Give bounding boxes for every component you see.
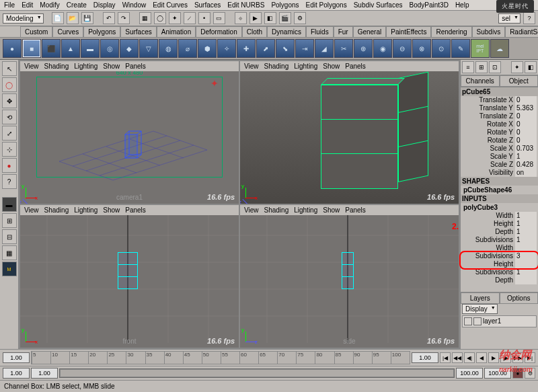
menu-file[interactable]: File	[4, 1, 15, 9]
attr-row[interactable]: Translate Y5.363	[461, 104, 538, 112]
shelf-bool1-icon[interactable]: ⊖	[393, 39, 412, 58]
shape-node[interactable]: pCubeShape46	[461, 186, 538, 194]
scale-tool-icon[interactable]: ⤢	[2, 126, 17, 141]
shelf-tab-rendering[interactable]: Rendering	[431, 26, 471, 37]
shelf-tab-fur[interactable]: Fur	[334, 26, 353, 37]
vp-menu-shading[interactable]: Shading	[264, 63, 289, 70]
vp-menu-panels[interactable]: Panels	[345, 63, 366, 70]
cb-icon1[interactable]: ≡	[462, 61, 474, 73]
snap-grid-icon[interactable]: ✦	[169, 12, 181, 24]
shelf-tab-radiantsquare[interactable]: RadiantSquare	[505, 26, 538, 37]
channels-tab[interactable]: Channels	[461, 75, 500, 87]
undo-icon[interactable]: ↶	[103, 12, 115, 24]
file-new-icon[interactable]: 📄	[52, 12, 64, 24]
vp-menu-shading[interactable]: Shading	[44, 63, 69, 70]
vp-menu-view[interactable]: View	[244, 63, 259, 70]
file-open-icon[interactable]: 📂	[67, 12, 79, 24]
step-back-icon[interactable]: ◀◀	[452, 352, 463, 363]
shelf-tab-animation[interactable]: Animation	[157, 26, 196, 37]
manipulator-icon[interactable]: ⊹	[2, 142, 17, 157]
layer-vis-toggle[interactable]	[464, 317, 472, 325]
play-back-icon[interactable]: ◀	[476, 352, 487, 363]
attr-row[interactable]: Rotate X0	[461, 120, 538, 128]
play-end-field[interactable]: 100.00	[456, 368, 483, 379]
cb-icon2[interactable]: ⊞	[475, 61, 488, 73]
poly-attr-row[interactable]: Subdivisions Height3	[461, 252, 538, 268]
snap-point-icon[interactable]: •	[198, 12, 210, 24]
shelf-sculpt-icon[interactable]: ✎	[451, 39, 470, 58]
menu-help[interactable]: Help	[455, 1, 469, 9]
lasso-tool-icon[interactable]: ◯	[2, 77, 17, 92]
vp-menu-panels[interactable]: Panels	[345, 206, 366, 214]
shelf-tool3-icon[interactable]: ⬊	[276, 39, 295, 58]
rotate-tool-icon[interactable]: ⟲	[2, 110, 17, 124]
history-icon[interactable]: ⟐	[235, 12, 247, 24]
shelf-platonic-icon[interactable]: ✧	[217, 39, 236, 58]
shelf-bool2-icon[interactable]: ⊗	[412, 39, 431, 58]
persp-outliner-icon[interactable]: ⊟	[2, 229, 17, 244]
menu-subdiv-surfaces[interactable]: Subdiv Surfaces	[354, 1, 403, 9]
shelf-helix-icon[interactable]: ⌀	[178, 39, 197, 58]
poly-attr-row[interactable]: Subdivisions Width1	[461, 236, 538, 252]
poly-attr-row[interactable]: Width1	[461, 212, 538, 220]
move-tool-icon[interactable]: ✥	[2, 93, 17, 108]
vp-menu-lighting[interactable]: Lighting	[294, 206, 317, 214]
shelf-sphere-icon[interactable]: ●	[3, 39, 22, 58]
menu-polygons[interactable]: Polygons	[271, 1, 299, 9]
time-ruler[interactable]: 5101520253035404550556065707580859095100	[31, 351, 410, 364]
four-view-icon[interactable]: ⊞	[2, 213, 17, 228]
renderview-icon[interactable]: 🎬	[279, 12, 291, 24]
shelf-pipe-icon[interactable]: ◍	[159, 39, 178, 58]
rewind-icon[interactable]: |◀	[440, 352, 451, 363]
module-dropdown[interactable]: Modeling	[3, 13, 44, 24]
vp-menu-panels[interactable]: Panels	[125, 63, 146, 70]
redo-icon[interactable]: ↷	[118, 12, 130, 24]
vp-menu-show[interactable]: Show	[103, 63, 120, 70]
shelf-tool1-icon[interactable]: ✚	[237, 39, 256, 58]
menu-edit-nurbs[interactable]: Edit NURBS	[227, 1, 264, 9]
range-bar[interactable]	[59, 368, 455, 378]
menu-window[interactable]: Window	[122, 1, 147, 9]
selection-mask-dropdown[interactable]: sel	[498, 13, 521, 24]
menu-edit-curves[interactable]: Edit Curves	[153, 1, 188, 9]
attr-row[interactable]: Scale Z0.428	[461, 161, 538, 169]
layers-tab[interactable]: Layers	[461, 292, 500, 304]
cb-icon5[interactable]: ◧	[525, 61, 537, 73]
single-view-icon[interactable]: ▬	[2, 197, 17, 212]
poly-attr-row[interactable]: Depth1	[461, 228, 538, 236]
menu-edit[interactable]: Edit	[22, 1, 33, 9]
shelf-torus-icon[interactable]: ◎	[100, 39, 119, 58]
shelf-tab-curves[interactable]: Curves	[52, 26, 83, 37]
viewport-persp[interactable]: ViewShadingLightingShowPanels 640 x 480 …	[20, 61, 239, 204]
poly-attr-row[interactable]: Subdivisions Depth1	[461, 268, 538, 284]
custom-layout-icon[interactable]: ▦	[2, 245, 17, 260]
play-fwd-icon[interactable]: ▶	[488, 352, 499, 363]
shelf-cylinder-icon[interactable]: ⬛	[42, 39, 61, 58]
select-tool-icon[interactable]: ↖	[2, 61, 17, 76]
time-slider[interactable]: 1.00 51015202530354045505560657075808590…	[0, 349, 538, 366]
vp-menu-show[interactable]: Show	[323, 206, 340, 214]
snap-plane-icon[interactable]: ▭	[213, 12, 225, 24]
range-slider[interactable]: 1.00 1.00 100.00 100.00 ● ⚙	[0, 366, 538, 380]
vp-menu-view[interactable]: View	[24, 206, 39, 214]
help-icon[interactable]: ?	[523, 12, 535, 24]
shelf-tab-custom[interactable]: Custom	[20, 26, 52, 37]
viewport-front[interactable]: ViewShadingLightingShowPanels yx front 1…	[20, 205, 239, 348]
settings-icon[interactable]: ⚙	[294, 12, 306, 24]
input-node[interactable]: polyCube3	[461, 203, 538, 212]
ipr-icon[interactable]: ◧	[264, 12, 276, 24]
menu-modify[interactable]: Modify	[40, 1, 59, 9]
shelf-tab-deformation[interactable]: Deformation	[196, 26, 241, 37]
shelf-tool2-icon[interactable]: ⬈	[256, 39, 275, 58]
shelf-cube-icon[interactable]: ■	[22, 39, 41, 58]
shelf-bool3-icon[interactable]: ⊙	[432, 39, 451, 58]
shelf-tab-surfaces[interactable]: Surfaces	[120, 26, 156, 37]
attr-row[interactable]: Rotate Z0	[461, 136, 538, 145]
lasso-icon[interactable]: ◯	[154, 12, 166, 24]
shelf-tab-general[interactable]: General	[353, 26, 387, 37]
menu-display[interactable]: Display	[93, 1, 116, 9]
select-icon[interactable]: ▦	[139, 12, 151, 24]
cb-icon3[interactable]: ⊡	[489, 61, 501, 73]
anim-start-field[interactable]: 1.00	[3, 368, 30, 379]
shelf-cloud-icon[interactable]: ☁	[490, 39, 509, 58]
